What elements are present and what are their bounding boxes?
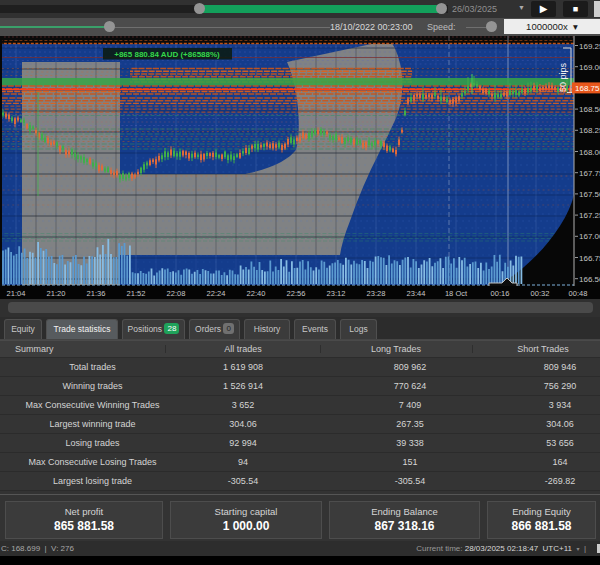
svg-text:167.25: 167.25 <box>579 211 600 220</box>
svg-text:50 pips: 50 pips <box>558 62 568 92</box>
svg-text:18 Oct: 18 Oct <box>445 289 468 298</box>
svg-text:169.00: 169.00 <box>579 63 600 72</box>
svg-text:00:32: 00:32 <box>531 289 550 298</box>
svg-text:168.75: 168.75 <box>575 84 600 93</box>
svg-text:166.75: 166.75 <box>579 254 600 263</box>
svg-text:21:20: 21:20 <box>47 289 66 298</box>
svg-text:169.25: 169.25 <box>579 42 600 51</box>
svg-text:00:48: 00:48 <box>569 289 588 298</box>
svg-text:168.00: 168.00 <box>579 148 600 157</box>
svg-text:167.00: 167.00 <box>579 232 600 241</box>
svg-text:21:04: 21:04 <box>7 289 26 298</box>
svg-text:21:52: 21:52 <box>127 289 146 298</box>
svg-text:23:12: 23:12 <box>327 289 346 298</box>
svg-text:168.50: 168.50 <box>579 105 600 114</box>
svg-text:+865 880.84 AUD (+86588%): +865 880.84 AUD (+86588%) <box>114 50 220 59</box>
svg-text:168.25: 168.25 <box>579 126 600 135</box>
svg-text:167.50: 167.50 <box>579 190 600 199</box>
svg-text:22:40: 22:40 <box>247 289 266 298</box>
svg-text:22:08: 22:08 <box>167 289 186 298</box>
svg-text:22:56: 22:56 <box>287 289 306 298</box>
svg-text:22:24: 22:24 <box>207 289 226 298</box>
svg-text:00:16: 00:16 <box>491 289 510 298</box>
svg-text:23:44: 23:44 <box>407 289 426 298</box>
svg-text:21:36: 21:36 <box>87 289 106 298</box>
svg-text:166.50: 166.50 <box>579 275 600 284</box>
svg-text:23:28: 23:28 <box>367 289 386 298</box>
svg-text:167.75: 167.75 <box>579 169 600 178</box>
